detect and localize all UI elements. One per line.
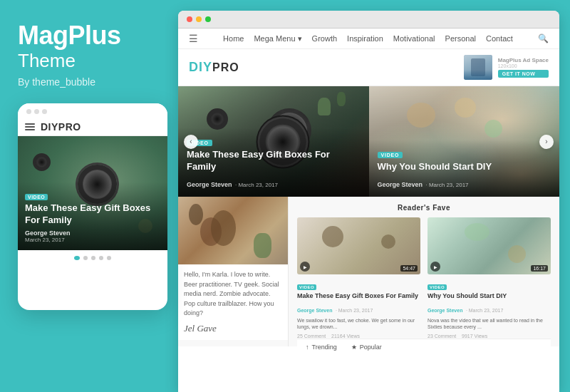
play-icon-2[interactable]: ▶ (430, 262, 440, 272)
mobile-video-badge: VIDEO (25, 194, 48, 200)
browser-content: ☰ Home Mega Menu ▾ Growth Inspiration Mo… (178, 29, 559, 392)
slide-1: VIDEO Make These Easy Gift Boxes For Fam… (178, 86, 369, 197)
fave-card-2-image: ▶ 16:17 (428, 217, 551, 274)
search-icon[interactable]: 🔍 (538, 33, 549, 43)
mobile-date: March 23, 2017 (25, 237, 160, 243)
fave-desc-1: We swallow it too fast, we choke. We get… (297, 317, 420, 331)
plant-decor (318, 98, 331, 115)
slide-2: VIDEO Why You Should Start DIY George St… (369, 86, 560, 197)
fave-comments-2: 23 Comment (428, 334, 456, 339)
slide-2-badge: VIDEO (378, 152, 403, 158)
blog-post-image (178, 197, 288, 264)
dot-2[interactable] (83, 256, 88, 260)
slider-prev-button[interactable]: ‹ (184, 135, 198, 149)
bottom-section: Hello, I'm Karla. I love to write. Beer … (178, 197, 559, 346)
site-header: DIYPRO MagPlus Ad Space 120x100 GET IT N… (178, 49, 559, 86)
nav-motivational[interactable]: Motivational (393, 34, 435, 43)
fave-badge-2: VIDEO (428, 284, 447, 290)
fave-card-1: ▶ 54:47 VIDEO Make These Easy Gift Boxes… (297, 217, 420, 339)
blog-post-column: Hello, I'm Karla. I love to write. Beer … (178, 197, 289, 346)
nav-links: Home Mega Menu ▾ Growth Inspiration Moti… (211, 34, 525, 43)
mobile-author: George Steven (25, 229, 160, 237)
mobile-hero: VIDEO Make These Easy Gift Boxes For Fam… (18, 136, 167, 250)
camera-lens-small (207, 108, 228, 130)
slide-1-overlay: VIDEO Make These Easy Gift Boxes For Fam… (178, 128, 369, 197)
nav-growth[interactable]: Growth (312, 34, 337, 43)
fave-duration-2: 16:17 (531, 265, 548, 272)
site-logo: DIYPRO (189, 60, 239, 75)
slide-2-date-text: March 23, 2017 (429, 182, 469, 188)
readers-fave-section: Reader's Fave ▶ 54:47 VIDEO Make These E… (289, 197, 559, 346)
fave-title-1[interactable]: Make These Easy Gift Boxes For Family (297, 292, 420, 301)
blog-post-content: Hello, I'm Karla. I love to write. Beer … (178, 264, 288, 340)
fave-stats-1: 25 Comment 21164 Views (297, 334, 420, 339)
slide-1-date-text: March 23, 2017 (238, 182, 278, 188)
ad-text: MagPlus Ad Space 120x100 GET IT NOW (498, 57, 549, 78)
lens-small-decoration (33, 153, 51, 171)
browser-minimize-dot[interactable] (196, 16, 202, 22)
browser-close-dot[interactable] (187, 16, 192, 22)
dot-4[interactable] (99, 256, 103, 260)
left-panel: MagPlus Theme By theme_bubble DIYPRO (0, 0, 178, 392)
browser-maximize-dot[interactable] (205, 16, 211, 22)
ad-size: 120x100 (498, 63, 549, 68)
blog-post-text: Hello, I'm Karla. I love to write. Beer … (184, 270, 282, 319)
brand-name: MagPlus Theme (18, 21, 121, 76)
nav-hamburger-icon[interactable]: ☰ (189, 33, 198, 44)
slide-2-author: George Steven (378, 181, 423, 188)
mobile-dot-yellow (34, 109, 39, 114)
dot-5[interactable] (107, 256, 111, 260)
mobile-mockup: DIYPRO VIDEO Make These Easy Gift Boxes … (18, 103, 167, 310)
fave-duration-1: 54:47 (400, 265, 418, 272)
fave-views-2: 9917 Views (462, 334, 487, 339)
fave-views-1: 21164 Views (331, 334, 360, 339)
ad-image (464, 55, 492, 80)
nav-personal[interactable]: Personal (445, 34, 476, 43)
slide-1-author: George Steven (187, 181, 232, 188)
fave-card-2: ▶ 16:17 VIDEO Why You Should Start DIY G… (428, 217, 551, 339)
nav-home[interactable]: Home (223, 34, 244, 43)
fave-stats-2: 23 Comment 9917 Views (428, 334, 551, 339)
mobile-pagination (18, 250, 167, 266)
browser-mockup: ☰ Home Mega Menu ▾ Growth Inspiration Mo… (178, 11, 559, 392)
play-icon-1[interactable]: ▶ (300, 262, 310, 272)
popular-button[interactable]: ★ Popular (351, 344, 382, 351)
fave-date-text-2: March 23, 2017 (469, 308, 504, 313)
fave-badge-1: VIDEO (297, 284, 316, 290)
ad-label: MagPlus Ad Space (498, 57, 549, 63)
fave-date-text-1: March 23, 2017 (338, 308, 373, 313)
chevron-down-icon: ▾ (298, 34, 302, 43)
dot-1[interactable] (74, 256, 80, 260)
mobile-dot-red (26, 109, 31, 114)
fave-grid: ▶ 54:47 VIDEO Make These Easy Gift Boxes… (297, 217, 551, 339)
mobile-hero-title: Make These Easy Gift Boxes For Family (25, 202, 160, 227)
nav-mega-menu[interactable]: Mega Menu ▾ (254, 34, 301, 43)
trending-icon: ↑ (306, 344, 309, 351)
mobile-logo: DIYPRO (41, 121, 81, 133)
nav-inspiration[interactable]: Inspiration (347, 34, 383, 43)
trending-bar: ↑ Trending ★ Popular (297, 339, 551, 354)
brand-by: By theme_bubble (18, 76, 95, 88)
browser-chrome (178, 11, 559, 29)
mobile-dot-green (42, 109, 47, 114)
dot-3[interactable] (91, 256, 95, 260)
mobile-hero-overlay: VIDEO Make These Easy Gift Boxes For Fam… (18, 182, 167, 250)
fave-title-2[interactable]: Why You Should Start DIY (428, 292, 551, 301)
nav-contact[interactable]: Contact (486, 34, 513, 43)
fave-author-1: George Steven (297, 308, 332, 313)
fave-author-2: George Steven (428, 308, 462, 313)
trending-button[interactable]: ↑ Trending (306, 344, 337, 351)
slide-2-overlay: VIDEO Why You Should Start DIY George St… (369, 140, 560, 197)
fave-desc-2: Nova was the video that we all wanted to… (428, 317, 551, 331)
slider-next-button[interactable]: › (539, 135, 554, 149)
fave-card-1-image: ▶ 54:47 (297, 217, 420, 274)
slide-2-title: Why You Should Start DIY (378, 161, 551, 173)
mobile-nav: DIYPRO (18, 118, 167, 136)
ad-button[interactable]: GET IT NOW (498, 70, 549, 78)
popular-icon: ★ (351, 344, 357, 351)
hero-slider: ‹ VIDEO Make These Easy Gift Boxes For F… (178, 86, 559, 197)
plant-decor-2 (337, 92, 346, 106)
site-nav: ☰ Home Mega Menu ▾ Growth Inspiration Mo… (178, 29, 559, 49)
hamburger-icon[interactable] (25, 123, 35, 130)
ad-space: MagPlus Ad Space 120x100 GET IT NOW (464, 55, 549, 80)
